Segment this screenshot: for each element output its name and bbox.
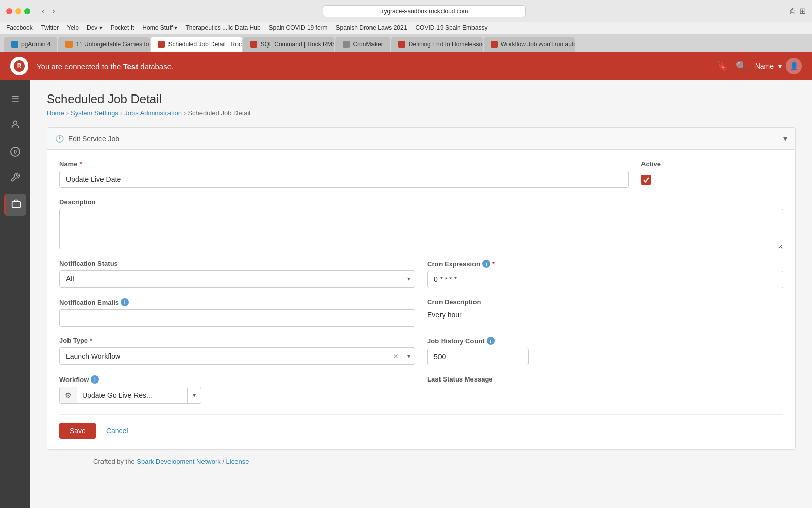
bookmark-dev[interactable]: Dev ▾ <box>87 24 103 31</box>
form-group-active: Active <box>641 160 783 188</box>
name-required: * <box>79 160 82 168</box>
breadcrumb-sep-1: › <box>66 109 69 117</box>
tab-games[interactable]: 11 Unforgettable Games to Improv... <box>58 37 150 52</box>
tab-sql-command[interactable]: SQL Command | Rock RMS <box>243 37 334 52</box>
cron-description-label: Cron Description <box>427 298 783 306</box>
cron-required: * <box>492 260 495 268</box>
footer-crafted-by: Crafted by the <box>93 458 137 465</box>
job-type-clear-button[interactable]: ✕ <box>391 352 401 360</box>
active-checkbox[interactable] <box>641 175 651 185</box>
tab-label-workflow-job: Workflow Job won't run automatica... <box>501 41 575 48</box>
minimize-button[interactable] <box>15 8 21 14</box>
collapse-button[interactable]: ▾ <box>783 134 787 143</box>
bookmark-covid-embassy[interactable]: COVID-19 Spain Embassy <box>415 24 487 31</box>
bookmark-facebook[interactable]: Facebook <box>6 24 33 31</box>
workflow-gear-icon: ⚙ <box>60 387 77 403</box>
svg-rect-1 <box>12 201 20 207</box>
tab-cronmaker[interactable]: CronMaker <box>335 37 390 52</box>
workflow-selector-text: Update Go Live Res... <box>77 387 187 403</box>
address-bar[interactable]: trygrace-sandbox.rockcloud.com <box>323 5 526 17</box>
form-group-name: Name * <box>59 160 629 188</box>
tab-scheduled-job[interactable]: Scheduled Job Detail | Rock RMS <box>151 37 242 52</box>
form-row-jobtype-histcount: Job Type * Launch Workflow Run SQL ✕ ▾ <box>59 337 783 365</box>
service-job-card: 🕐 Edit Service Job ▾ Name * <box>47 127 796 450</box>
user-menu[interactable]: Name ▾ 👤 <box>755 58 802 74</box>
tab-label-sql: SQL Command | Rock RMS <box>260 41 334 48</box>
tab-workflow-job[interactable]: Workflow Job won't run automatica... <box>484 37 575 52</box>
form-row-name-active: Name * Active <box>59 160 783 188</box>
card-body: Name * Active <box>47 150 795 449</box>
tools-icon <box>10 172 20 185</box>
cancel-button[interactable]: Cancel <box>100 423 134 439</box>
form-row-notification-cron: Notification Status All Success Error No… <box>59 260 783 288</box>
form-divider <box>59 414 783 415</box>
app-logo: R <box>10 57 28 75</box>
svg-point-0 <box>14 121 17 124</box>
notification-status-select[interactable]: All Success Error None <box>59 270 415 288</box>
notification-status-select-wrapper: All Success Error None ▾ <box>59 270 415 288</box>
footer-spark-link[interactable]: Spark Development Network <box>137 458 220 465</box>
workflow-info-icon[interactable]: i <box>91 375 99 384</box>
name-input[interactable] <box>59 171 629 188</box>
cron-description-value: Every hour <box>427 309 783 319</box>
breadcrumb-system-settings[interactable]: System Settings <box>71 109 118 117</box>
tab-favicon-scheduled-job <box>158 41 165 48</box>
header-msg-prefix: You are connected to the <box>37 62 123 71</box>
sidebar-item-menu[interactable]: ☰ <box>4 88 26 110</box>
job-type-label: Job Type * <box>59 337 415 344</box>
app-header-message: You are connected to the Test database. <box>37 62 717 71</box>
cron-expression-info-icon[interactable]: i <box>482 260 490 268</box>
job-type-select-wrapper: Launch Workflow Run SQL ✕ ▾ <box>59 347 415 365</box>
bookmark-yelp[interactable]: Yelp <box>67 24 79 31</box>
breadcrumb-home[interactable]: Home <box>47 109 64 117</box>
breadcrumb-current: Scheduled Job Detail <box>188 109 250 117</box>
tab-label-cron: CronMaker <box>353 41 383 48</box>
breadcrumb-jobs-admin[interactable]: Jobs Administration <box>124 109 182 117</box>
forward-button[interactable]: › <box>49 6 58 17</box>
bookmark-icon-button[interactable]: 🔖 <box>717 60 728 72</box>
footer-license-link[interactable]: License <box>226 458 249 465</box>
sidebar: ☰ 0 <box>0 80 30 508</box>
form-group-notification-status: Notification Status All Success Error No… <box>59 260 415 288</box>
search-icon-button[interactable]: 🔍 <box>736 60 747 72</box>
admin-icon <box>11 199 21 211</box>
notification-emails-info-icon[interactable]: i <box>121 298 129 306</box>
form-group-job-type: Job Type * Launch Workflow Run SQL ✕ ▾ <box>59 337 415 365</box>
save-button[interactable]: Save <box>59 423 96 439</box>
tab-favicon-pgadmin <box>11 41 18 48</box>
notification-emails-input[interactable] <box>59 309 415 327</box>
sidebar-item-tools[interactable] <box>4 167 26 189</box>
bookmark-twitter[interactable]: Twitter <box>41 24 59 31</box>
page-title: Scheduled Job Detail <box>47 92 796 106</box>
form-group-cron-description: Cron Description Every hour <box>427 298 783 327</box>
back-button[interactable]: ‹ <box>39 6 47 17</box>
form-row-emails-crondesc: Notification Emails i Cron Description E… <box>59 298 783 327</box>
sidebar-item-person[interactable] <box>4 114 26 137</box>
bookmark-home-stuff[interactable]: Home Stuff ▾ <box>142 24 177 31</box>
sidebar-item-admin[interactable] <box>4 194 26 216</box>
bookmark-therapeutics[interactable]: Therapeutics ...lic Data Hub <box>185 24 260 31</box>
tab-defining[interactable]: Defining End to Homelessness | Th... <box>391 37 483 52</box>
job-history-count-input[interactable] <box>427 348 529 365</box>
card-header-title: 🕐 Edit Service Job <box>55 135 119 143</box>
description-textarea[interactable] <box>59 209 783 249</box>
description-label: Description <box>59 198 783 206</box>
bookmark-spain-covid[interactable]: Spain COVID 19 form <box>269 24 328 31</box>
bookmark-pocket[interactable]: Pocket It <box>111 24 134 31</box>
breadcrumb-sep-2: › <box>120 109 122 117</box>
tab-favicon-sql <box>250 41 257 48</box>
chevron-down-icon: ▾ <box>778 62 782 70</box>
cron-expression-input[interactable] <box>427 271 783 288</box>
job-history-info-icon[interactable]: i <box>487 337 495 345</box>
sidebar-item-transactions[interactable]: 0 <box>4 141 26 163</box>
workflow-dropdown-arrow[interactable]: ▾ <box>187 388 201 403</box>
workflow-selector[interactable]: ⚙ Update Go Live Res... ▾ <box>59 387 201 404</box>
tab-pgadmin[interactable]: pgAdmin 4 <box>4 37 57 52</box>
job-type-select[interactable]: Launch Workflow Run SQL <box>59 347 415 365</box>
maximize-button[interactable] <box>24 8 30 14</box>
app-logo-inner: R <box>14 60 25 72</box>
form-group-cron-expression: Cron Expression i * <box>427 260 783 288</box>
close-button[interactable] <box>6 8 12 14</box>
bookmarks-bar: Facebook Twitter Yelp Dev ▾ Pocket It Ho… <box>0 22 812 34</box>
bookmark-drone-laws[interactable]: Spanish Drone Laws 2021 <box>336 24 408 31</box>
